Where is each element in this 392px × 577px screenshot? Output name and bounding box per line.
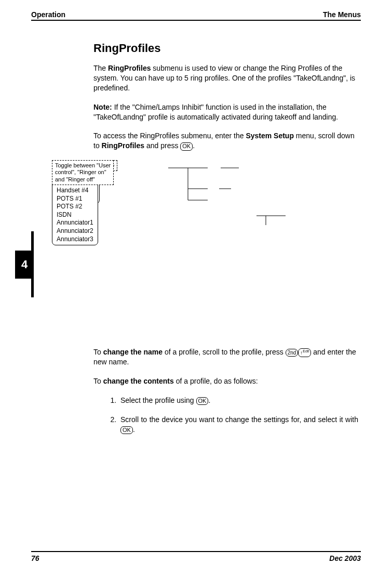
header-right: The Menus [323, 10, 361, 19]
intro-paragraph: The RingProfiles submenu is used to view… [93, 63, 358, 93]
access-paragraph: To access the RingProfiles submenu, ente… [93, 131, 358, 151]
section-title: RingProfiles [93, 42, 358, 55]
change-contents-paragraph: To change the contents of a profile, do … [93, 376, 358, 386]
diagram-toggle-box: Toggle between "User control", "Ringer o… [52, 160, 114, 185]
up-edit-key-icon: ↑Edit [298, 348, 311, 357]
menu-diagram: RingProfiles OK 1 <empty> 2 <empty> 3 <e… [52, 160, 358, 337]
page-header: Operation The Menus [31, 10, 361, 21]
note-label: Note: [93, 103, 112, 111]
step-2: Scroll to the device you want to change … [118, 415, 358, 435]
ok-key-icon: OK [180, 142, 193, 150]
steps-list: Select the profile using OK. Scroll to t… [93, 396, 358, 435]
footer-date: Dec 2003 [329, 554, 361, 562]
ok-key-icon: OK [120, 426, 133, 434]
side-accent-bar [31, 231, 34, 297]
second-key-icon: 2nd [286, 349, 299, 357]
header-left: Operation [31, 10, 65, 19]
note-paragraph: Note: If the "Chime/Lamps Inhibit" funct… [93, 102, 358, 122]
intro-bold: RingProfiles [108, 64, 151, 72]
change-name-paragraph: To change the name of a profile, scroll … [93, 347, 358, 367]
ok-key-icon: OK [196, 397, 209, 405]
step-1: Select the profile using OK. [118, 396, 358, 405]
page-number: 76 [31, 554, 39, 562]
page-footer: 76 Dec 2003 [31, 551, 361, 562]
